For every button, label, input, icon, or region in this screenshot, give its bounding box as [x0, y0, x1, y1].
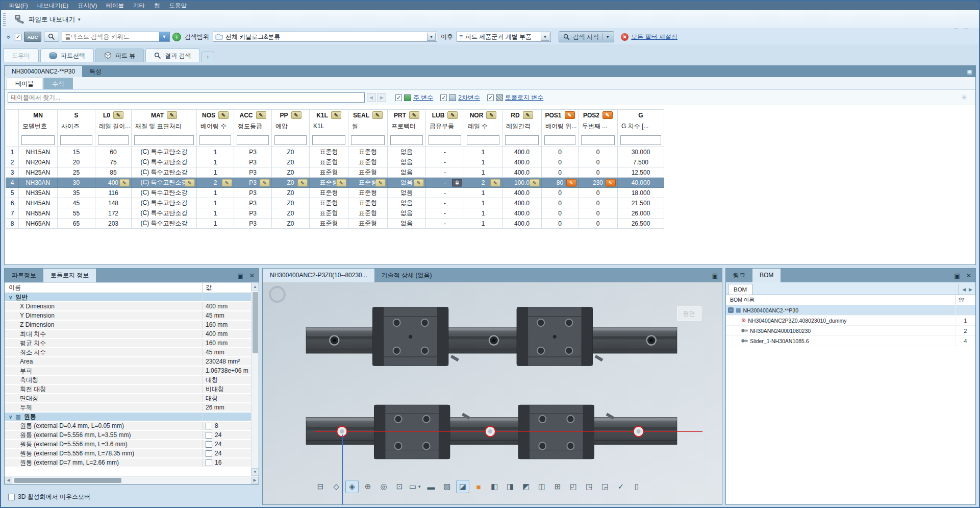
zoom-fit-icon[interactable]: ⊕	[361, 480, 374, 493]
edit-pencil-icon[interactable]: ✎	[409, 111, 419, 119]
collapse-expander-icon[interactable]: −	[728, 307, 734, 313]
viewer-canvas[interactable]: 평면	[263, 282, 722, 504]
apply-icon[interactable]: ✓	[614, 480, 627, 493]
vscroll-thumb[interactable]	[253, 292, 258, 353]
filter-input-G[interactable]	[620, 135, 661, 145]
lock-icon[interactable]	[452, 179, 462, 186]
table-row[interactable]: 7NH55AN55172(C) 특수고탄소강1P3Z0표준형표준형없음-1400…	[6, 208, 664, 219]
property-row[interactable]: Z Dimension160 mm	[5, 321, 251, 330]
col-header-MAT[interactable]: MAT✎	[132, 110, 197, 121]
edit-pencil-icon[interactable]: ✎	[297, 179, 308, 186]
cylinder-checkbox[interactable]	[206, 441, 212, 448]
property-group-1[interactable]: ∨▥원통	[5, 413, 251, 422]
filter-input-MAT[interactable]	[134, 135, 194, 145]
main-tab-2[interactable]: 파트 뷰	[95, 49, 144, 62]
section-icon[interactable]: ◪	[456, 480, 469, 493]
property-row[interactable]: 원통 (external D=7 mm, L=2.66 mm)16	[5, 458, 251, 468]
material-icon[interactable]: ■	[472, 480, 485, 493]
edit-pencil-icon[interactable]: ✎	[375, 179, 386, 186]
scroll-left-icon[interactable]: ◀	[5, 477, 12, 484]
filter-input-NOR[interactable]	[467, 135, 499, 145]
wireframe-icon[interactable]: ◇	[330, 480, 343, 493]
keyword-dropdown-icon[interactable]: ▼	[159, 32, 169, 41]
scope-dropdown-icon[interactable]: ▼	[427, 33, 436, 41]
filter-input-K1L[interactable]	[312, 135, 345, 145]
edit-pencil-icon[interactable]: ✎	[565, 111, 575, 119]
search-mode-button[interactable]	[44, 32, 59, 42]
search-options-icon[interactable]: ▼	[606, 35, 610, 39]
filter-input-MN[interactable]	[21, 135, 55, 145]
property-row[interactable]: 부피1.06738e+06 m	[5, 367, 251, 376]
part-tab-0[interactable]: NH300400ANC2-**P30	[5, 66, 82, 77]
add-filter-button[interactable]: +	[172, 33, 181, 41]
property-row[interactable]: 최소 치수45 mm	[5, 348, 251, 357]
col-header-PP[interactable]: PP✎	[272, 110, 310, 121]
table-row[interactable]: 4NH30AN30400✎(C) 특수고탄소강✎2✎P3✎Z0✎표준형✎표준형✎…	[6, 178, 664, 188]
export-button[interactable]: 파일로 내보내기 ▾	[9, 12, 86, 27]
view-left-icon[interactable]: ◩	[519, 480, 533, 493]
menu-item-3[interactable]: 테이블	[102, 1, 129, 10]
edit-pencil-icon[interactable]: ✎	[606, 179, 616, 186]
table-row[interactable]: 6NH45AN45148(C) 특수고탄소강1P3Z0표준형표준형없음-1400…	[6, 198, 664, 208]
bom-child-row[interactable]: NH30ANN2400010802302	[726, 326, 975, 336]
filter-input-ACC[interactable]	[237, 135, 269, 145]
checkbox-icon[interactable]	[395, 94, 402, 101]
col-header-SEAL[interactable]: SEAL✎	[348, 110, 388, 121]
bom-tab-right-icon[interactable]: ▶	[968, 287, 973, 292]
property-row[interactable]: X Dimension400 mm	[5, 302, 251, 311]
table-row[interactable]: 8NH65AN65203(C) 특수고탄소강1P3Z0표준형표준형없음-1400…	[6, 219, 664, 229]
col-header-NOR[interactable]: NOR✎	[464, 110, 502, 121]
col-header-LUB[interactable]: LUB✎	[426, 110, 464, 121]
view-front-icon[interactable]: ◧	[488, 480, 501, 493]
toolbar-grip[interactable]	[3, 13, 6, 26]
bom-tab-1[interactable]: BOM	[752, 269, 781, 282]
maximize-icon[interactable]: ▣	[967, 68, 972, 75]
menu-item-2[interactable]: 표시(V)	[73, 1, 102, 10]
start-search-button[interactable]: 검색 시작 ▼	[559, 31, 614, 42]
property-row[interactable]: 면대칭대칭	[5, 394, 251, 403]
col-header-K1L[interactable]: K1L✎	[310, 110, 348, 121]
keyword-input[interactable]	[62, 32, 170, 42]
variable-checkbox-1[interactable]: 2차변수	[440, 93, 480, 102]
property-row[interactable]: Area230248 mm²	[5, 357, 251, 367]
exit-3d-icon[interactable]: ▯	[630, 480, 643, 493]
edit-pencil-icon[interactable]: ✎	[336, 179, 346, 186]
filter-input-L0[interactable]	[98, 135, 129, 145]
property-row[interactable]: 평균 치수160 mm	[5, 339, 251, 348]
edit-pencil-icon[interactable]: ✎	[260, 179, 270, 186]
col-header-NOS[interactable]: NOS✎	[197, 110, 234, 121]
property-row[interactable]: 최대 치수400 mm	[5, 330, 251, 339]
filter-input-RD[interactable]	[505, 135, 539, 145]
table-row[interactable]: 1NH15AN1560(C) 특수고탄소강1P3Z0표준형표준형없음-1400.…	[6, 147, 664, 157]
menu-item-0[interactable]: 파일(F)	[4, 1, 33, 10]
table-settings-icon[interactable]: ✳	[961, 93, 972, 102]
cylinder-checkbox[interactable]	[206, 423, 212, 429]
table-row[interactable]: 5NH35AN35116(C) 특수고탄소강1P3Z0표준형표준형없음-1400…	[6, 188, 664, 198]
filter-input-PP[interactable]	[274, 135, 307, 145]
scroll-up-icon[interactable]: ▲	[252, 283, 259, 291]
view-tab-1[interactable]: 수직	[43, 78, 73, 89]
filter-input-LUB[interactable]	[429, 135, 461, 145]
ruler-icon[interactable]: ▬	[424, 480, 438, 493]
menu-item-4[interactable]: 기타	[129, 1, 149, 10]
view-top-icon[interactable]: ⊞	[551, 480, 564, 493]
edit-pencil-icon[interactable]: ✎	[113, 111, 123, 119]
property-row[interactable]: 원통 (external D=5.556 mm, L=78.35 mm)24	[5, 449, 251, 458]
expand-search-icon[interactable]: »	[5, 33, 13, 40]
main-tab-4[interactable]: +	[202, 52, 214, 62]
edit-pencil-icon[interactable]: ✎	[602, 111, 613, 119]
menu-item-1[interactable]: 내보내기(E)	[33, 1, 73, 10]
property-hscrollbar[interactable]: ◀ ▶	[5, 476, 259, 484]
after-select[interactable]: ≡ 파트 제품군과 개별 부품 ▼	[457, 32, 551, 42]
hover-3d-checkbox[interactable]: 3D 활성화에서 마우스오버	[4, 493, 259, 501]
panel-close-icon[interactable]: ✕	[249, 272, 255, 279]
edit-pencil-icon[interactable]: ✎	[331, 111, 341, 119]
edit-pencil-icon[interactable]: ✎	[447, 111, 458, 119]
table-row[interactable]: 2NH20AN2075(C) 특수고탄소강1P3Z0표준형표준형없음-1400.…	[6, 157, 664, 167]
edit-pencil-icon[interactable]: ✎	[566, 179, 576, 186]
menu-item-6[interactable]: 도움말	[164, 1, 191, 10]
cylinder-checkbox[interactable]	[206, 432, 212, 439]
model-database-icon[interactable]: ⊟	[314, 480, 327, 493]
filter-input-PRT[interactable]	[390, 135, 423, 145]
variable-checkbox-2[interactable]: 토폴로지 변수	[487, 93, 543, 102]
